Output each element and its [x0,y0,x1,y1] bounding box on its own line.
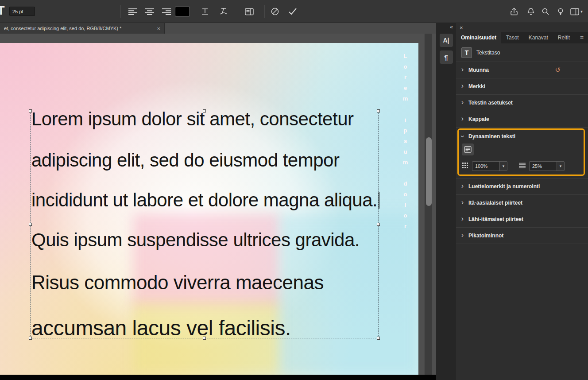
toolbar-separator [304,5,304,18]
transform-handle-bottom-middle[interactable] [203,337,206,340]
vertical-scrollbar[interactable] [425,34,432,375]
chevron-down-icon[interactable]: ▾ [499,162,507,171]
cancel-edits-icon[interactable] [269,6,281,17]
panel-header: × [456,23,588,32]
canvas-text-line: Risus commodo viverra maecenas [31,271,324,295]
chevron-right-icon: › [460,215,464,222]
canvas-text-line: accumsan lacus vel facilisis. [31,316,291,339]
alignment-group [127,6,172,17]
options-bar: T [0,0,588,23]
photoshop-window: T [0,0,588,380]
chevron-right-icon: › [460,199,464,206]
line-spacing-icon [519,162,526,170]
section-pikatoiminnot[interactable]: › Pikatoiminnot [456,228,588,244]
chevron-right-icon: › [460,66,464,73]
panel-empty-area [456,244,588,380]
warp-text-icon[interactable] [218,6,229,17]
document-tab-bar: et, consectetur adipiscing elit, sed do,… [0,23,436,34]
canvas-text-line: Lorem ipsum dolor sit amet, consectetur [31,109,353,132]
text-style-icon[interactable] [199,6,211,17]
tab-ominaisuudet[interactable]: Ominaisuudet [456,32,501,43]
vertical-text-layer: Lorem ipsum dolor [402,53,409,233]
section-merkki[interactable]: › Merkki [456,78,588,95]
document-tab-label: et, consectetur adipiscing elit, sed do,… [4,26,153,31]
paragraph-panel-button[interactable]: ¶ [440,50,453,64]
section-ita-aasialaiset[interactable]: › Itä-aasialaiset piirteet [456,195,588,211]
commit-edits-icon[interactable] [287,6,298,17]
share-icon[interactable] [508,6,520,17]
notifications-bell-icon[interactable] [525,6,537,17]
text-cursor [379,192,379,209]
transform-handle-middle-right[interactable] [377,223,380,226]
section-dynaaminen-teksti: › Dynaaminen teksti 100% ▾ [456,128,588,178]
chevron-down-icon: ▾ [580,9,583,14]
section-tekstin-asetukset[interactable]: › Tekstin asetukset [456,95,588,111]
toolbar-separator [264,5,265,18]
dynamic-text-header[interactable]: › Dynaaminen teksti [456,131,588,143]
chevron-right-icon: › [460,82,464,89]
canvas-text-line: adipiscing elit, sed do eiusmod tempor [31,150,339,173]
section-luettelomerkit[interactable]: › Luettelomerkit ja numerointi [456,178,588,195]
search-icon[interactable] [540,6,551,17]
dynamic-text-controls: 100% ▾ 25% ▾ [462,161,588,171]
reset-transform-icon[interactable]: ↺ [555,66,561,74]
text-layer-thumbnail-icon: T [461,47,472,58]
spacing-dropdown[interactable]: 25% ▾ [529,161,565,171]
bottom-bar [0,375,436,380]
text-layer-bounding-box[interactable]: Lorem ipsum dolor sit amet, consectetur … [30,111,379,338]
collapse-dock-icon[interactable]: « [450,24,453,30]
panel-tab-bar: Ominaisuudet Tasot Kanavat Reitit ≡ [456,32,588,43]
align-right-button[interactable] [161,6,172,17]
transform-handle-top-middle[interactable] [203,109,206,112]
section-muunna[interactable]: › Muunna ↺ [456,62,588,78]
chevron-right-icon: › [460,182,464,190]
transform-handle-bottom-right[interactable] [377,337,380,340]
canvas[interactable]: Lorem ipsum dolor sit amet, consectetur … [0,43,418,375]
text-color-swatch[interactable] [175,7,190,16]
scale-dropdown[interactable]: 100% ▾ [472,161,507,171]
discover-icon[interactable] [555,6,566,17]
character-panel-button[interactable]: A| [440,34,453,47]
transform-handle-top-left[interactable] [29,109,32,112]
spacing-value: 25% [530,163,557,169]
workspace: et, consectetur adipiscing elit, sed do,… [0,23,588,380]
panel-menu-icon[interactable]: ≡ [576,32,588,43]
canvas-text-line: incididunt ut labore et dolore magna ali… [31,190,379,213]
panels-toggle-icon[interactable] [244,6,255,17]
dynamic-text-options-button[interactable] [462,143,474,155]
tab-reitit[interactable]: Reitit [553,32,575,43]
font-size-input[interactable] [9,7,35,16]
tab-tasot[interactable]: Tasot [501,32,524,43]
chevron-right-icon: › [460,99,464,106]
canvas-region: Lorem ipsum dolor sit amet, consectetur … [0,34,436,375]
transform-handle-middle-left[interactable] [29,223,32,226]
close-panel-icon[interactable]: × [460,25,463,31]
dock-header: « [436,23,456,30]
workspace-switcher-icon[interactable]: ▾ [568,6,585,17]
transform-handle-bottom-left[interactable] [29,337,32,340]
properties-panel: × Ominaisuudet Tasot Kanavat Reitit ≡ T … [456,23,588,380]
layer-type-label: Tekstitaso [476,50,500,56]
layer-type-row: T Tekstitaso [456,43,588,62]
document-area: et, consectetur adipiscing elit, sed do,… [0,23,436,380]
scrollbar-thumb[interactable] [426,137,432,206]
align-left-button[interactable] [127,6,139,17]
type-tool-icon: T [0,4,5,18]
section-lahi-itamaiset[interactable]: › Lähi-itämaiset piirteet [456,211,588,228]
chevron-right-icon: › [460,232,464,239]
align-center-button[interactable] [144,6,155,17]
document-tab[interactable]: et, consectetur adipiscing elit, sed do,… [0,23,165,34]
toolbar-separator [120,5,121,18]
section-kappale[interactable]: › Kappale [456,111,588,128]
transform-handle-top-right[interactable] [377,109,380,112]
chevron-down-icon[interactable]: ▾ [557,162,564,171]
panel-dock-strip: « A| ¶ [436,23,456,380]
close-icon[interactable]: × [157,26,160,31]
chevron-down-icon: › [459,135,466,139]
grid-icon [462,162,468,171]
chevron-right-icon: › [460,115,464,122]
tab-kanavat[interactable]: Kanavat [524,32,553,43]
canvas-text-line: Quis ipsum suspendisse ultrices gravida. [31,229,360,252]
scale-value: 100% [472,163,499,169]
